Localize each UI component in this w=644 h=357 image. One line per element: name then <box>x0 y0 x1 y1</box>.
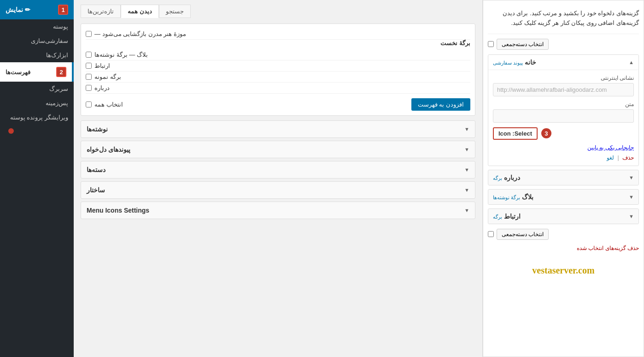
checkbox-item-blog-page: بلاگ — برگهٔ نوشته‌ها <box>86 49 470 60</box>
blog-page-checkbox[interactable] <box>86 52 92 58</box>
select-all-bottom-row: انتخاب دسته‌جمعی <box>488 229 639 240</box>
theme-editor-label: ویرایشگر پرونده پوسته <box>10 114 68 121</box>
structure-title: ساختار <box>87 186 105 194</box>
blog-page-label: بلاگ — برگهٔ نوشته‌ها <box>94 51 148 58</box>
background-label: پس‌زمینه <box>46 100 68 107</box>
contact-sub: برگه <box>493 214 502 220</box>
widgets-label: ابزارک‌ها <box>46 52 68 59</box>
about-sub: برگه <box>493 175 502 181</box>
pencil-icon: ✏ <box>25 6 30 13</box>
arrow-down-icon-blog: ▼ <box>629 194 634 200</box>
menu-item-home: ▲ خانه پیوند سفارشی نشانی اینترنتی متن خ… <box>488 54 639 166</box>
tab-search[interactable]: جستجو <box>159 5 191 18</box>
icon-select-row: 3 Icon :Select <box>493 127 634 140</box>
menus-label: فهرست‌ها <box>6 69 30 76</box>
select-all-bottom-button[interactable]: انتخاب دسته‌جمعی <box>497 229 549 240</box>
arrow-posts: ▼ <box>464 126 469 132</box>
select-all-label: انتخاب همه <box>94 101 123 108</box>
move-row: جابجایی یکی به پایین <box>493 144 634 151</box>
about-page-checkbox[interactable] <box>86 85 92 91</box>
remove-selected-link[interactable]: حذف گزینه‌های انتخاب شده <box>577 245 639 251</box>
about-page-label: درباره <box>94 84 110 91</box>
sidebar-item-widgets[interactable]: ابزارک‌ها <box>0 48 74 62</box>
select-all-right-checkbox[interactable] <box>86 101 92 107</box>
url-input[interactable] <box>493 83 634 96</box>
text-input[interactable]: خانه <box>493 109 634 123</box>
menu-item-contact-header[interactable]: ▼ ارتباط برگه <box>488 209 638 224</box>
arrow-up-icon: ▲ <box>629 60 634 65</box>
add-to-menu-button[interactable]: افزودن به فهرست <box>411 98 470 111</box>
collapsible-categories[interactable]: ▼ دسته‌ها <box>81 161 475 178</box>
menu-item-about-header[interactable]: ▼ درباره برگه <box>488 170 638 185</box>
tab-latest[interactable]: تازه‌ترین‌ها <box>81 5 121 18</box>
menu-item-contact: ▼ ارتباط برگه <box>488 208 639 224</box>
contact-page-label: ارتباط <box>94 62 110 69</box>
sample-checkbox[interactable] <box>86 74 92 80</box>
select-icon-button[interactable]: Icon :Select <box>493 127 538 140</box>
arrow-links: ▼ <box>464 147 469 152</box>
menu-item-blog: ▼ بلاگ برگهٔ نوشته‌ها <box>488 189 639 205</box>
sidebar-item-customize[interactable]: سفارشی‌سازی <box>0 34 74 48</box>
action-row: حذف | لغو <box>493 155 634 161</box>
select-all-top-button[interactable]: انتخاب دسته‌جمعی <box>497 39 549 50</box>
sidebar-item-theme[interactable]: پوسته <box>0 19 74 34</box>
section-title-pages: برگهٔ نخست <box>86 40 470 47</box>
menu-item-blog-header[interactable]: ▼ بلاگ برگهٔ نوشته‌ها <box>488 190 638 204</box>
tab-view-all[interactable]: دیدن همه <box>121 5 159 18</box>
sidebar-item-background[interactable]: پس‌زمینه <box>0 96 74 110</box>
menu-item-about: ▼ درباره برگه <box>488 170 639 185</box>
museum-label: موزهٔ هنر مدرن بازگشایی می‌شود — <box>94 30 186 37</box>
arrow-down-icon-contact: ▼ <box>629 214 634 219</box>
sidebar-item-theme-editor[interactable]: ویرایشگر پرونده پوسته <box>0 110 74 125</box>
links-title: پیوندهای دل‌خواه <box>87 146 130 153</box>
separator: | <box>616 155 619 161</box>
checkbox-item-sample: برگه نمونه <box>86 71 470 83</box>
sidebar-item-menus[interactable]: 2 فهرست‌ها <box>0 62 74 82</box>
categories-title: دسته‌ها <box>87 166 105 173</box>
content-panel: جستجو دیدن همه تازه‌ترین‌ها موزهٔ هنر مد… <box>74 0 483 357</box>
collapsible-structure[interactable]: ▼ ساختار <box>81 181 475 199</box>
top-notice: گزینه‌های دلخواه خود را بکشید و مرتب کنی… <box>488 5 639 34</box>
sidebar-item-header[interactable]: سربرگ <box>0 82 74 96</box>
url-field-row: نشانی اینترنتی <box>493 75 634 96</box>
arrow-categories: ▼ <box>464 167 469 173</box>
text-label: متن <box>493 101 634 107</box>
url-label: نشانی اینترنتی <box>493 75 634 81</box>
move-down-link[interactable]: جابجایی یکی به پایین <box>587 144 634 151</box>
cancel-link[interactable]: لغو <box>607 155 614 161</box>
header-label: سربرگ <box>49 85 68 92</box>
badge-2: 2 <box>56 67 66 77</box>
badge-1: 1 <box>58 5 68 15</box>
appearance-label: نمایش <box>6 6 23 13</box>
red-dot-icon <box>8 128 14 134</box>
contact-title: ارتباط <box>504 213 521 220</box>
museum-checkbox[interactable] <box>86 31 92 37</box>
select-all-checkbox-bottom[interactable] <box>488 231 494 237</box>
tabs-row: جستجو دیدن همه تازه‌ترین‌ها <box>81 5 475 18</box>
menu-icons-settings-row[interactable]: ▼ Menu Icons Settings <box>81 202 475 219</box>
menu-panel: گزینه‌های دلخواه خود را بکشید و مرتب کنی… <box>483 0 644 357</box>
collapsible-links[interactable]: ▼ پیوندهای دل‌خواه <box>81 141 475 158</box>
delete-link[interactable]: حذف <box>622 155 634 161</box>
add-to-menu-row: افزودن به فهرست انتخاب همه <box>86 98 470 111</box>
checkbox-item-contact: ارتباط <box>86 60 470 71</box>
menu-item-home-header[interactable]: ▲ خانه پیوند سفارشی <box>488 55 638 70</box>
text-field-row: متن خانه <box>493 101 634 123</box>
home-title: خانه <box>525 59 536 66</box>
home-expanded-body: نشانی اینترنتی متن خانه 3 Icon :Select ج… <box>488 70 638 166</box>
contact-page-checkbox[interactable] <box>86 63 92 69</box>
checkbox-item-museum: موزهٔ هنر مدرن بازگشایی می‌شود — <box>86 29 470 40</box>
menu-icons-title: Menu Icons Settings <box>87 207 149 214</box>
select-all-checkbox-top[interactable] <box>488 41 494 47</box>
sample-label: برگه نمونه <box>94 73 121 80</box>
checkbox-item-about: درباره <box>86 83 470 94</box>
blog-title: بلاگ <box>522 193 533 201</box>
arrow-down-icon: ▼ <box>629 175 634 180</box>
home-sub: پیوند سفارشی <box>493 60 523 65</box>
step-3-badge: 3 <box>541 128 551 138</box>
checkbox-section: موزهٔ هنر مدرن بازگشایی می‌شود — برگهٔ ن… <box>81 24 475 116</box>
select-all-row: انتخاب دسته‌جمعی <box>488 39 639 50</box>
theme-label: پوسته <box>53 23 68 30</box>
sidebar-item-appearance[interactable]: 1 ✏ نمایش <box>0 0 74 19</box>
collapsible-posts[interactable]: ▼ نوشته‌ها <box>81 120 475 138</box>
